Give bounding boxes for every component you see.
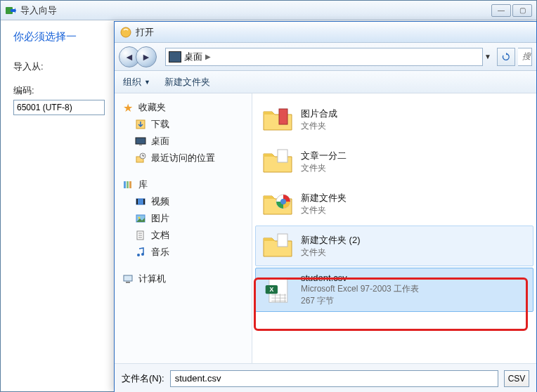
- file-item-folder[interactable]: 文章一分二 文件夹: [255, 141, 533, 182]
- chevron-right-icon: ▶: [205, 53, 211, 60]
- sidebar-item-label: 下载: [151, 118, 169, 131]
- svg-rect-3: [136, 138, 145, 144]
- sidebar-group-computer[interactable]: 计算机: [115, 270, 252, 287]
- sidebar-item-label: 收藏夹: [138, 101, 166, 114]
- breadcrumb[interactable]: 桌面 ▶: [165, 48, 483, 66]
- filename-input[interactable]: [170, 370, 498, 387]
- open-dialog-title: 打开: [136, 26, 154, 39]
- sidebar-item-label: 文档: [151, 229, 169, 242]
- svg-rect-27: [278, 234, 287, 247]
- sidebar-item-desktop[interactable]: 桌面: [115, 133, 252, 150]
- sidebar-item-videos[interactable]: 视频: [115, 193, 252, 210]
- file-type: 文件夹: [301, 120, 337, 132]
- recent-icon: [134, 152, 147, 164]
- open-dialog: 打开 ◄ ► 桌面 ▶ ▼ 搜 组织▼ 新建文件夹 ★ 收藏夹 下载: [114, 21, 537, 392]
- breadcrumb-location: 桌面: [184, 51, 202, 63]
- svg-rect-11: [136, 199, 138, 204]
- svg-rect-8: [127, 181, 129, 188]
- svg-point-20: [141, 253, 144, 256]
- sidebar-group-favorites[interactable]: ★ 收藏夹: [115, 99, 252, 116]
- svg-rect-21: [124, 275, 132, 281]
- search-input[interactable]: 搜: [518, 48, 532, 66]
- download-icon: [134, 118, 147, 131]
- svg-point-19: [137, 254, 140, 256]
- filename-row: 文件名(N): CSV: [115, 363, 536, 392]
- maximize-button[interactable]: ▢: [512, 4, 532, 17]
- file-type-filter[interactable]: CSV: [504, 370, 529, 387]
- documents-icon: [134, 229, 147, 242]
- open-dialog-titlebar: 打开: [115, 22, 536, 43]
- sidebar-item-label: 计算机: [138, 273, 166, 285]
- svg-point-14: [138, 217, 141, 219]
- open-dialog-icon: [120, 27, 131, 38]
- video-icon: [134, 195, 147, 208]
- encoding-select[interactable]: [13, 100, 105, 115]
- breadcrumb-dropdown-icon[interactable]: ▼: [484, 53, 491, 60]
- sidebar-item-pictures[interactable]: 图片: [115, 210, 252, 227]
- computer-icon: [122, 273, 134, 285]
- star-icon: ★: [122, 101, 134, 114]
- filename-label: 文件名(N):: [122, 372, 164, 385]
- sidebar-item-label: 视频: [151, 195, 169, 208]
- toolbar: 组织▼ 新建文件夹: [115, 71, 536, 93]
- search-placeholder: 搜: [522, 51, 531, 63]
- sidebar-item-label: 桌面: [151, 135, 169, 148]
- svg-rect-7: [124, 181, 126, 188]
- file-list: 图片合成 文件夹 文章一分二 文件夹 新建文件夹 文件夹: [252, 93, 536, 363]
- svg-text:X: X: [269, 285, 273, 292]
- file-name: 文章一分二: [301, 150, 347, 162]
- file-type: Microsoft Excel 97-2003 工作表: [301, 283, 419, 295]
- file-name: 图片合成: [301, 107, 337, 120]
- folder-icon: [261, 230, 294, 261]
- forward-arrow-icon: ►: [141, 51, 151, 63]
- window-controls: — ▢: [491, 4, 532, 17]
- pictures-icon: [134, 212, 147, 225]
- sidebar-item-music[interactable]: 音乐: [115, 244, 252, 261]
- file-name: 新建文件夹: [301, 192, 347, 204]
- file-item-csv[interactable]: X student.csv Microsoft Excel 97-2003 工作…: [255, 268, 533, 312]
- sidebar-item-recent[interactable]: 最近访问的位置: [115, 150, 252, 166]
- refresh-icon: [501, 52, 511, 62]
- sidebar-item-label: 库: [138, 178, 148, 191]
- file-name: 新建文件夹 (2): [301, 234, 361, 247]
- sidebar: ★ 收藏夹 下载 桌面 最近访问的位置 库 视频: [115, 93, 252, 363]
- refresh-button[interactable]: [497, 48, 515, 66]
- desktop-breadcrumb-icon: [169, 51, 181, 63]
- file-type: 文件夹: [301, 204, 347, 216]
- minimize-button[interactable]: —: [491, 4, 511, 17]
- folder-icon: [261, 188, 294, 219]
- chevron-down-icon: ▼: [144, 79, 150, 86]
- forward-button[interactable]: ►: [136, 46, 157, 67]
- dialog-main: ★ 收藏夹 下载 桌面 最近访问的位置 库 视频: [115, 93, 536, 363]
- import-icon: [5, 5, 16, 16]
- file-item-folder[interactable]: 新建文件夹 文件夹: [255, 183, 533, 224]
- import-wizard-titlebar: 导入向导 — ▢: [1, 1, 536, 20]
- sidebar-item-documents[interactable]: 文档: [115, 227, 252, 244]
- music-icon: [134, 246, 147, 259]
- new-folder-button[interactable]: 新建文件夹: [164, 76, 210, 89]
- file-item-folder[interactable]: 图片合成 文件夹: [255, 99, 533, 140]
- library-icon: [122, 178, 134, 191]
- desktop-icon: [134, 135, 147, 148]
- file-item-folder[interactable]: 新建文件夹 (2) 文件夹: [255, 226, 533, 266]
- svg-point-26: [280, 199, 286, 204]
- svg-rect-23: [279, 109, 287, 124]
- svg-rect-24: [278, 150, 287, 162]
- sidebar-group-libraries[interactable]: 库: [115, 176, 252, 193]
- organize-menu[interactable]: 组织▼: [123, 76, 150, 89]
- back-arrow-icon: ◄: [124, 51, 134, 63]
- file-type: 文件夹: [301, 162, 347, 174]
- nav-bar: ◄ ► 桌面 ▶ ▼ 搜: [115, 43, 536, 71]
- folder-icon: [261, 104, 294, 135]
- file-size: 267 字节: [301, 295, 419, 307]
- svg-rect-9: [129, 181, 131, 188]
- sidebar-item-label: 图片: [151, 212, 169, 225]
- sidebar-item-label: 音乐: [151, 246, 169, 259]
- sidebar-item-downloads[interactable]: 下载: [115, 116, 252, 133]
- import-wizard-title: 导入向导: [20, 4, 491, 17]
- svg-rect-22: [126, 282, 130, 283]
- sidebar-item-label: 最近访问的位置: [151, 152, 215, 164]
- file-name: student.csv: [301, 273, 419, 283]
- file-type: 文件夹: [301, 247, 361, 259]
- svg-rect-4: [139, 144, 142, 145]
